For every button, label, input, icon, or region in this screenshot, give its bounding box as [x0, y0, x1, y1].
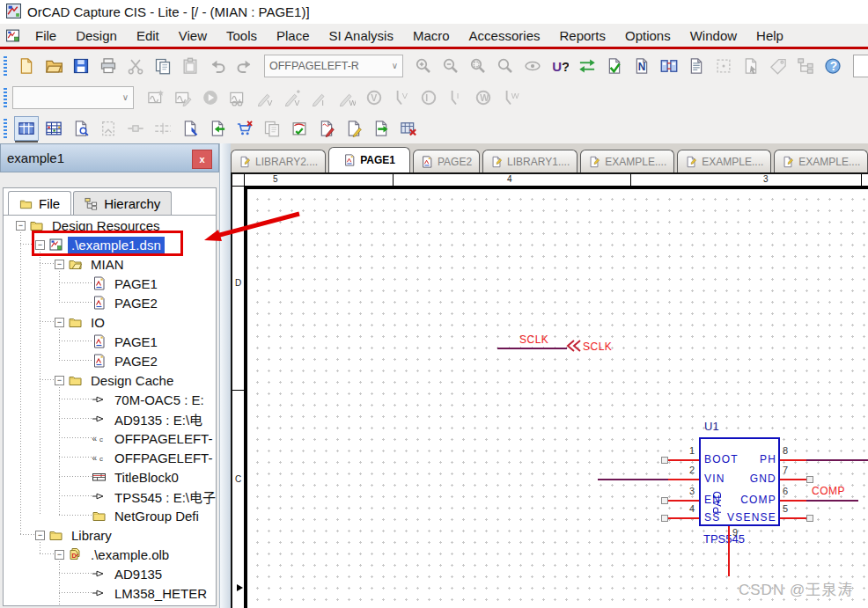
- collapse-icon[interactable]: −: [55, 260, 64, 269]
- tree-item-netgroup-defi[interactable]: NetGroup Defi: [4, 506, 216, 525]
- edit-properties-button[interactable]: [342, 116, 366, 141]
- schematic-page[interactable]: SCLK SCLK U1 TPS545 PAD 9 COMP CSDN @王泉涛…: [245, 187, 868, 608]
- voltage-probe-button[interactable]: V: [253, 85, 277, 110]
- zoom-to-region-button[interactable]: [466, 54, 490, 78]
- menu-options[interactable]: Options: [615, 26, 680, 45]
- print-button[interactable]: [96, 54, 121, 78]
- zoom-in-button[interactable]: [411, 54, 436, 78]
- menu-help[interactable]: Help: [747, 26, 793, 45]
- place-part-combobox[interactable]: OFFPAGELEFT-R ∨: [264, 55, 403, 77]
- close-icon[interactable]: x: [192, 150, 212, 169]
- view-database-part-button[interactable]: [96, 116, 121, 141]
- collapse-icon[interactable]: −: [55, 550, 64, 560]
- pad-pin-stub[interactable]: [728, 526, 730, 576]
- help-button[interactable]: ?: [820, 54, 845, 78]
- tree-item-mian[interactable]: −MIAN: [4, 254, 216, 274]
- pin-8-stub[interactable]: [780, 459, 806, 461]
- copy-button[interactable]: [151, 54, 175, 78]
- offpage-label-sclk[interactable]: SCLK: [583, 341, 612, 353]
- component-reference[interactable]: U1: [704, 420, 719, 433]
- pin-2-stub[interactable]: [668, 479, 699, 480]
- open-document-button[interactable]: [41, 54, 66, 78]
- part-database-button[interactable]: [41, 116, 66, 141]
- collapse-icon[interactable]: −: [35, 531, 45, 540]
- pin-endpoint[interactable]: [661, 515, 668, 522]
- net-label-comp[interactable]: COMP: [812, 485, 845, 497]
- wire-comp[interactable]: [806, 500, 858, 502]
- pin-7-stub[interactable]: [780, 479, 806, 480]
- collapse-icon[interactable]: −: [55, 376, 64, 385]
- save-document-button[interactable]: [69, 54, 93, 78]
- power-badge-button[interactable]: W: [471, 85, 496, 110]
- document-tab-page2-2[interactable]: PAGE2: [413, 150, 480, 172]
- project-panel-titlebar[interactable]: example1 x: [0, 143, 219, 172]
- new-document-button[interactable]: [14, 54, 39, 78]
- document-tab-example-5[interactable]: EXAMPLE....: [677, 150, 771, 172]
- paste-button[interactable]: [178, 54, 202, 78]
- delete-property-button[interactable]: [396, 116, 421, 141]
- toolbar-drag-handle[interactable]: [4, 56, 7, 76]
- pin-1-stub[interactable]: [668, 459, 699, 461]
- panel-tab-hierarchy[interactable]: Hierarchy: [73, 191, 172, 215]
- pin-4-stub[interactable]: [668, 517, 699, 519]
- insert-note-button[interactable]: [766, 54, 791, 78]
- cross-reference-parts-button[interactable]: [657, 54, 681, 78]
- edit-simulation-profile-button[interactable]: [171, 85, 195, 110]
- create-netlist-button[interactable]: N: [629, 54, 654, 78]
- document-tab-page1-1[interactable]: PAGE1: [328, 147, 410, 172]
- menu-view[interactable]: View: [169, 26, 217, 45]
- tree-item-ad9135[interactable]: AD9135: [4, 564, 216, 583]
- zoom-to-all-button[interactable]: [493, 54, 518, 78]
- current-probe-button[interactable]: I: [307, 85, 332, 110]
- pin-endpoint[interactable]: [661, 497, 668, 504]
- back-annotate-button[interactable]: [575, 54, 600, 78]
- menu-file[interactable]: File: [26, 26, 66, 45]
- menu-accessories[interactable]: Accessories: [460, 26, 550, 45]
- tree-item-example-olb[interactable]: −D.\example.olb: [4, 545, 216, 564]
- document-tab-example-6[interactable]: EXAMPLE....: [774, 150, 868, 172]
- tree-item-design-resources[interactable]: −Design Resources: [4, 216, 216, 235]
- copy-properties-button[interactable]: [260, 116, 284, 141]
- menu-edit[interactable]: Edit: [127, 26, 169, 45]
- edit-database-part-button[interactable]: [314, 116, 339, 141]
- view-simulation-results-button[interactable]: [225, 85, 250, 110]
- document-tab-library1-3[interactable]: LIBRARY1....: [482, 150, 577, 172]
- undo-button[interactable]: [205, 54, 230, 78]
- tree-item-offpageleft[interactable]: «cOFFPAGELEFT-: [4, 429, 216, 448]
- update-selected-part-status-button[interactable]: [287, 116, 312, 141]
- tree-item-page2[interactable]: PAGE2: [4, 351, 216, 370]
- menu-window[interactable]: Window: [680, 26, 747, 45]
- wire-ph[interactable]: [806, 459, 868, 461]
- power-marker-button[interactable]: W: [498, 85, 523, 110]
- export-properties-button[interactable]: [369, 116, 394, 141]
- bill-of-materials-button[interactable]: [684, 54, 709, 78]
- tree-item-lm358-heter[interactable]: LM358_HETER: [4, 583, 216, 603]
- tree-item-library[interactable]: −Library: [4, 525, 216, 545]
- current-badge-button[interactable]: I: [416, 85, 441, 110]
- tree-item-io[interactable]: −IO: [4, 312, 216, 332]
- tree-item-page1[interactable]: PAGE1: [4, 332, 216, 351]
- voltage-differential-probe-button[interactable]: V: [280, 85, 305, 110]
- panel-tab-file[interactable]: File: [8, 191, 71, 215]
- pin-endpoint[interactable]: [806, 476, 813, 483]
- area-select-button[interactable]: [739, 54, 763, 78]
- tree-item-design-cache[interactable]: −Design Cache: [4, 370, 216, 390]
- tree-item-ad9135-e[interactable]: AD9135 : E:\电: [4, 409, 216, 429]
- menu-reports[interactable]: Reports: [549, 26, 615, 45]
- run-pspice-button[interactable]: [198, 85, 223, 110]
- redo-button[interactable]: [232, 54, 257, 78]
- collapse-icon[interactable]: −: [55, 318, 64, 327]
- simulation-profile-combobox[interactable]: ∨: [12, 86, 134, 109]
- split-pin-button[interactable]: [123, 116, 148, 141]
- design-rules-check-button[interactable]: [602, 54, 627, 78]
- import-properties-button[interactable]: [205, 116, 230, 141]
- pin-endpoint[interactable]: [806, 515, 813, 522]
- pin-5-stub[interactable]: [780, 517, 806, 519]
- part-manager-button[interactable]: [14, 116, 39, 141]
- tree-item-tps545-e[interactable]: TPS545 : E:\电子: [4, 487, 216, 506]
- offpage-connector-icon[interactable]: [566, 340, 582, 352]
- document-tab-example-4[interactable]: EXAMPLE....: [580, 150, 674, 172]
- tree-item-offpageleft[interactable]: «cOFFPAGELEFT-: [4, 448, 216, 467]
- snap-to-grid-button[interactable]: [711, 54, 736, 78]
- menu-macro[interactable]: Macro: [403, 26, 460, 45]
